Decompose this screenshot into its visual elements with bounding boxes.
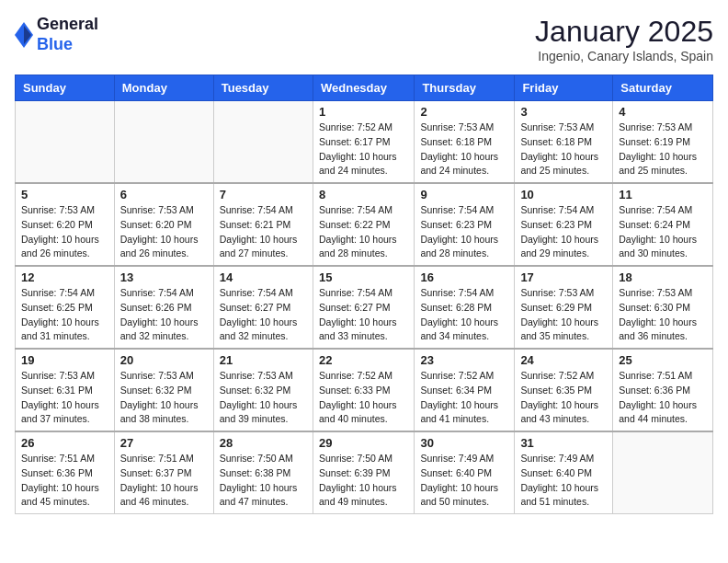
day-number: 30 bbox=[420, 436, 508, 450]
day-number: 29 bbox=[319, 436, 408, 450]
day-detail: Sunrise: 7:49 AM Sunset: 6:40 PM Dayligh… bbox=[520, 452, 607, 510]
calendar-cell: 3Sunrise: 7:53 AM Sunset: 6:18 PM Daylig… bbox=[515, 101, 613, 184]
calendar-week-0: 1Sunrise: 7:52 AM Sunset: 6:17 PM Daylig… bbox=[16, 101, 713, 184]
day-number: 26 bbox=[21, 436, 108, 450]
calendar-cell: 25Sunrise: 7:51 AM Sunset: 6:36 PM Dayli… bbox=[613, 349, 713, 431]
calendar-cell: 21Sunrise: 7:53 AM Sunset: 6:32 PM Dayli… bbox=[213, 349, 313, 431]
calendar-cell: 24Sunrise: 7:52 AM Sunset: 6:35 PM Dayli… bbox=[515, 349, 613, 431]
location: Ingenio, Canary Islands, Spain bbox=[535, 49, 713, 63]
day-number: 27 bbox=[120, 436, 208, 450]
calendar-cell: 19Sunrise: 7:53 AM Sunset: 6:31 PM Dayli… bbox=[16, 349, 115, 431]
day-detail: Sunrise: 7:53 AM Sunset: 6:20 PM Dayligh… bbox=[21, 203, 108, 261]
day-number: 15 bbox=[319, 270, 408, 284]
day-number: 12 bbox=[21, 270, 108, 284]
day-detail: Sunrise: 7:53 AM Sunset: 6:32 PM Dayligh… bbox=[220, 369, 307, 427]
calendar-week-2: 12Sunrise: 7:54 AM Sunset: 6:25 PM Dayli… bbox=[16, 266, 713, 349]
day-number: 23 bbox=[420, 353, 508, 367]
calendar-cell: 20Sunrise: 7:53 AM Sunset: 6:32 PM Dayli… bbox=[114, 349, 213, 431]
month-title: January 2025 bbox=[535, 15, 713, 49]
calendar-cell bbox=[213, 101, 313, 184]
title-block: January 2025 Ingenio, Canary Islands, Sp… bbox=[535, 15, 713, 63]
page-header: General Blue January 2025 Ingenio, Canar… bbox=[15, 15, 713, 63]
header-sunday: Sunday bbox=[16, 75, 115, 101]
day-number: 24 bbox=[520, 353, 607, 367]
day-number: 14 bbox=[220, 270, 307, 284]
day-number: 10 bbox=[520, 188, 607, 201]
header-friday: Friday bbox=[515, 75, 613, 101]
day-detail: Sunrise: 7:54 AM Sunset: 6:24 PM Dayligh… bbox=[619, 203, 707, 261]
day-detail: Sunrise: 7:54 AM Sunset: 6:25 PM Dayligh… bbox=[21, 286, 108, 344]
calendar-cell bbox=[613, 431, 713, 514]
calendar-cell: 4Sunrise: 7:53 AM Sunset: 6:19 PM Daylig… bbox=[613, 101, 713, 184]
calendar-cell: 23Sunrise: 7:52 AM Sunset: 6:34 PM Dayli… bbox=[415, 349, 515, 431]
day-number: 8 bbox=[319, 188, 408, 201]
day-number: 9 bbox=[420, 188, 508, 201]
calendar-cell: 7Sunrise: 7:54 AM Sunset: 6:21 PM Daylig… bbox=[213, 183, 313, 266]
day-detail: Sunrise: 7:50 AM Sunset: 6:38 PM Dayligh… bbox=[220, 452, 307, 510]
day-detail: Sunrise: 7:53 AM Sunset: 6:32 PM Dayligh… bbox=[120, 369, 208, 427]
calendar-cell: 30Sunrise: 7:49 AM Sunset: 6:40 PM Dayli… bbox=[415, 431, 515, 514]
calendar-cell: 18Sunrise: 7:53 AM Sunset: 6:30 PM Dayli… bbox=[613, 266, 713, 349]
day-detail: Sunrise: 7:53 AM Sunset: 6:19 PM Dayligh… bbox=[619, 121, 707, 178]
day-detail: Sunrise: 7:52 AM Sunset: 6:17 PM Dayligh… bbox=[319, 121, 408, 178]
calendar-cell: 11Sunrise: 7:54 AM Sunset: 6:24 PM Dayli… bbox=[613, 183, 713, 266]
day-detail: Sunrise: 7:53 AM Sunset: 6:31 PM Dayligh… bbox=[21, 369, 108, 427]
day-detail: Sunrise: 7:53 AM Sunset: 6:29 PM Dayligh… bbox=[520, 286, 607, 344]
calendar-header-row: SundayMondayTuesdayWednesdayThursdayFrid… bbox=[16, 75, 713, 101]
calendar-cell: 1Sunrise: 7:52 AM Sunset: 6:17 PM Daylig… bbox=[313, 101, 414, 184]
calendar-week-4: 26Sunrise: 7:51 AM Sunset: 6:36 PM Dayli… bbox=[16, 431, 713, 514]
logo-general: General bbox=[37, 15, 98, 35]
calendar-cell bbox=[16, 101, 115, 184]
logo-text: General Blue bbox=[37, 15, 98, 54]
day-number: 5 bbox=[21, 188, 108, 201]
header-saturday: Saturday bbox=[613, 75, 713, 101]
calendar-cell: 14Sunrise: 7:54 AM Sunset: 6:27 PM Dayli… bbox=[213, 266, 313, 349]
day-number: 18 bbox=[619, 270, 707, 284]
calendar-cell: 26Sunrise: 7:51 AM Sunset: 6:36 PM Dayli… bbox=[16, 431, 115, 514]
day-number: 3 bbox=[520, 105, 607, 119]
calendar-cell: 27Sunrise: 7:51 AM Sunset: 6:37 PM Dayli… bbox=[114, 431, 213, 514]
calendar-cell: 17Sunrise: 7:53 AM Sunset: 6:29 PM Dayli… bbox=[515, 266, 613, 349]
calendar-cell: 16Sunrise: 7:54 AM Sunset: 6:28 PM Dayli… bbox=[415, 266, 515, 349]
day-detail: Sunrise: 7:52 AM Sunset: 6:34 PM Dayligh… bbox=[420, 369, 508, 427]
day-detail: Sunrise: 7:52 AM Sunset: 6:33 PM Dayligh… bbox=[319, 369, 408, 427]
day-number: 25 bbox=[619, 353, 707, 367]
day-number: 19 bbox=[21, 353, 108, 367]
calendar-cell: 13Sunrise: 7:54 AM Sunset: 6:26 PM Dayli… bbox=[114, 266, 213, 349]
day-detail: Sunrise: 7:52 AM Sunset: 6:35 PM Dayligh… bbox=[520, 369, 607, 427]
day-number: 2 bbox=[420, 105, 508, 119]
calendar-cell: 28Sunrise: 7:50 AM Sunset: 6:38 PM Dayli… bbox=[213, 431, 313, 514]
day-number: 7 bbox=[220, 188, 307, 201]
day-number: 21 bbox=[220, 353, 307, 367]
logo: General Blue bbox=[15, 15, 98, 54]
day-detail: Sunrise: 7:54 AM Sunset: 6:23 PM Dayligh… bbox=[420, 203, 508, 261]
calendar-cell: 9Sunrise: 7:54 AM Sunset: 6:23 PM Daylig… bbox=[415, 183, 515, 266]
calendar-cell: 31Sunrise: 7:49 AM Sunset: 6:40 PM Dayli… bbox=[515, 431, 613, 514]
day-detail: Sunrise: 7:54 AM Sunset: 6:26 PM Dayligh… bbox=[120, 286, 208, 344]
logo-blue: Blue bbox=[37, 35, 98, 55]
header-thursday: Thursday bbox=[415, 75, 515, 101]
day-number: 22 bbox=[319, 353, 408, 367]
day-number: 4 bbox=[619, 105, 707, 119]
day-number: 20 bbox=[120, 353, 208, 367]
day-detail: Sunrise: 7:51 AM Sunset: 6:37 PM Dayligh… bbox=[120, 452, 208, 510]
header-monday: Monday bbox=[114, 75, 213, 101]
day-detail: Sunrise: 7:53 AM Sunset: 6:30 PM Dayligh… bbox=[619, 286, 707, 344]
calendar-cell bbox=[114, 101, 213, 184]
logo-icon bbox=[15, 22, 33, 48]
day-detail: Sunrise: 7:53 AM Sunset: 6:20 PM Dayligh… bbox=[120, 203, 208, 261]
day-detail: Sunrise: 7:54 AM Sunset: 6:27 PM Dayligh… bbox=[319, 286, 408, 344]
day-number: 17 bbox=[520, 270, 607, 284]
day-detail: Sunrise: 7:54 AM Sunset: 6:23 PM Dayligh… bbox=[520, 203, 607, 261]
day-number: 1 bbox=[319, 105, 408, 119]
calendar-cell: 22Sunrise: 7:52 AM Sunset: 6:33 PM Dayli… bbox=[313, 349, 414, 431]
day-detail: Sunrise: 7:53 AM Sunset: 6:18 PM Dayligh… bbox=[420, 121, 508, 178]
day-number: 28 bbox=[220, 436, 307, 450]
day-detail: Sunrise: 7:54 AM Sunset: 6:22 PM Dayligh… bbox=[319, 203, 408, 261]
calendar-cell: 8Sunrise: 7:54 AM Sunset: 6:22 PM Daylig… bbox=[313, 183, 414, 266]
calendar-cell: 6Sunrise: 7:53 AM Sunset: 6:20 PM Daylig… bbox=[114, 183, 213, 266]
day-detail: Sunrise: 7:51 AM Sunset: 6:36 PM Dayligh… bbox=[619, 369, 707, 427]
calendar-week-3: 19Sunrise: 7:53 AM Sunset: 6:31 PM Dayli… bbox=[16, 349, 713, 431]
calendar-cell: 10Sunrise: 7:54 AM Sunset: 6:23 PM Dayli… bbox=[515, 183, 613, 266]
calendar-cell: 29Sunrise: 7:50 AM Sunset: 6:39 PM Dayli… bbox=[313, 431, 414, 514]
